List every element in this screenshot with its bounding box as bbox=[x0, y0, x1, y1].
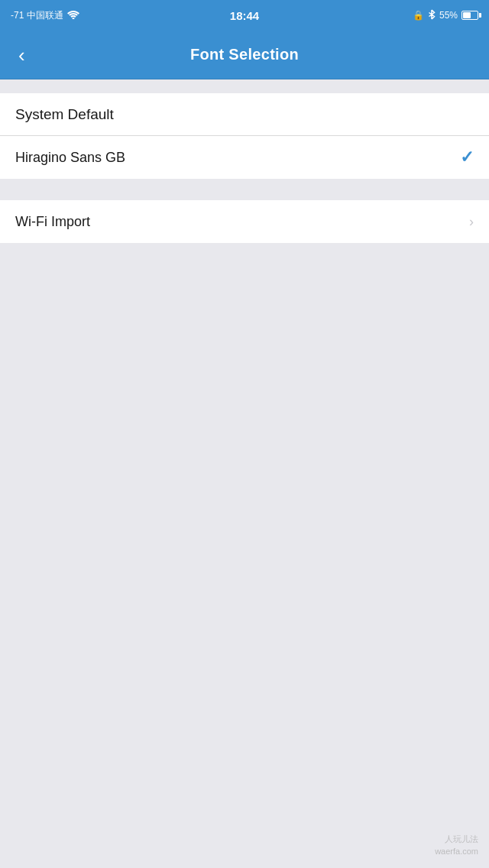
battery-icon bbox=[461, 11, 478, 20]
page-title: Font Selection bbox=[190, 46, 299, 63]
wifi-import-label: Wi-Fi Import bbox=[15, 214, 90, 230]
import-list-section: Wi-Fi Import › bbox=[0, 200, 489, 243]
font-item-hiragino[interactable]: Hiragino Sans GB ✓ bbox=[0, 136, 489, 179]
nav-bar: ‹ Font Selection bbox=[0, 31, 489, 79]
wifi-icon bbox=[67, 10, 79, 21]
chevron-right-icon: › bbox=[469, 214, 474, 230]
wifi-import-item[interactable]: Wi-Fi Import › bbox=[0, 200, 489, 243]
watermark-line1: 人玩儿法 bbox=[435, 834, 478, 845]
status-right: 🔒 55% bbox=[413, 9, 478, 22]
watermark-line2: waerfa.com bbox=[435, 846, 478, 857]
font-item-system-default[interactable]: System Default bbox=[0, 93, 489, 136]
lock-icon: 🔒 bbox=[413, 10, 424, 21]
status-left: -71 中国联通 bbox=[11, 9, 79, 22]
font-label-system-default: System Default bbox=[15, 106, 114, 123]
checkmark-icon: ✓ bbox=[460, 147, 474, 167]
watermark: 人玩儿法 waerfa.com bbox=[435, 834, 478, 857]
signal-strength: -71 中国联通 bbox=[11, 9, 63, 22]
status-bar: -71 中国联通 18:44 🔒 55% bbox=[0, 0, 489, 31]
background-fill: 人玩儿法 waerfa.com bbox=[0, 243, 489, 868]
font-list-section: System Default Hiragino Sans GB ✓ bbox=[0, 93, 489, 179]
bluetooth-icon bbox=[428, 9, 436, 22]
section-gap bbox=[0, 179, 489, 200]
font-label-hiragino: Hiragino Sans GB bbox=[15, 150, 125, 166]
back-button[interactable]: ‹ bbox=[12, 39, 31, 71]
svg-point-0 bbox=[72, 18, 74, 19]
status-time: 18:44 bbox=[230, 9, 259, 22]
battery-percent: 55% bbox=[439, 10, 458, 21]
top-spacer bbox=[0, 79, 489, 93]
